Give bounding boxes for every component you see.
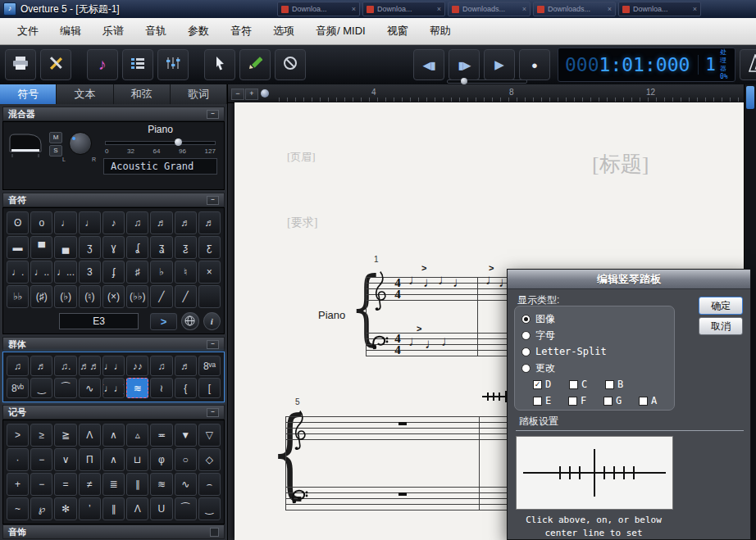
note-palette-cell[interactable]: ╱ [175,285,197,308]
taskbar-tab[interactable]: Downloads...× [533,2,616,16]
pan-knob[interactable] [69,132,92,155]
solo-button[interactable]: S [49,145,62,157]
note-palette-cell[interactable]: ╱ [150,285,172,308]
menu-item[interactable]: 视窗 [376,20,419,43]
checkbox-icon[interactable] [639,397,648,406]
checkbox-icon[interactable] [533,397,542,406]
track-list-button[interactable] [122,49,153,80]
note-glyph[interactable]: ♩ [423,275,437,291]
notes-section-header[interactable]: 音符 – [2,193,225,207]
radio-icon[interactable] [521,315,531,324]
mark-palette-cell[interactable]: ℘ [30,497,52,520]
note-palette-cell[interactable]: ♬ [150,211,172,234]
note-glyph[interactable]: ♩ [441,334,455,350]
pedal-tick[interactable] [603,466,605,479]
select-tool-button[interactable] [204,49,235,80]
group-palette-cell[interactable]: ♬ [175,356,197,376]
mark-palette-cell[interactable]: ’ [79,497,101,520]
mark-palette-cell[interactable]: ○ [175,448,197,471]
group-palette-cell[interactable]: ≀ [150,378,172,398]
palette-tab[interactable]: 歌词 [171,84,227,104]
group-palette-cell[interactable]: { [175,378,197,398]
close-icon[interactable]: × [352,5,356,13]
group-palette-cell[interactable]: ♩♩ [102,356,125,376]
mark-palette-cell[interactable]: ∨ [54,448,76,471]
note-palette-cell[interactable]: ▄ [54,236,76,259]
note-entry-button[interactable]: ♪ [87,49,118,80]
pedal-tick[interactable] [579,466,581,479]
whole-rest[interactable] [398,422,407,425]
note-palette-cell[interactable]: (♮) [79,285,101,308]
palette-tab[interactable]: 符号 [0,84,57,104]
note-palette-cell[interactable]: × [198,261,221,284]
note-palette-cell[interactable]: ʄ [102,261,125,284]
note-palette-cell[interactable] [198,285,221,308]
mark-palette-cell[interactable]: ≖ [150,424,172,447]
cancel-button[interactable]: 取消 [699,317,743,335]
menu-item[interactable]: 音轨 [134,20,177,43]
mark-palette-cell[interactable]: ∿ [175,473,197,496]
checkbox-option[interactable]: B [605,379,641,390]
mark-palette-cell[interactable]: ∧ [102,448,125,471]
group-palette-cell[interactable]: 8ᵛᵇ [7,378,29,398]
group-palette-cell[interactable]: ♬♬ [79,356,101,376]
menu-item[interactable]: 帮助 [419,20,462,43]
metronome-button[interactable] [740,49,756,80]
menu-item[interactable]: 音符 [220,20,262,43]
note-palette-cell[interactable]: ♭♭ [7,285,29,308]
close-icon[interactable]: × [608,5,612,13]
checkbox-icon[interactable] [605,380,614,389]
taskbar-tab[interactable]: Downloads...× [448,2,531,16]
note-palette-cell[interactable]: ʘ [7,211,29,234]
group-palette-cell[interactable]: ♫. [54,356,76,376]
mark-palette-cell[interactable]: > [7,424,29,447]
group-palette-cell[interactable]: (♩♩) [102,378,125,398]
mark-palette-cell[interactable]: ≧ [54,424,76,447]
menu-item[interactable]: 文件 [7,20,49,43]
accent-mark[interactable]: > [421,263,426,273]
mixer-button[interactable] [157,49,189,80]
mark-palette-cell[interactable]: ◇ [198,448,221,471]
menu-item[interactable]: 音频/ MIDI [305,20,376,43]
requirement-placeholder[interactable]: [要求] [287,216,317,230]
close-icon[interactable]: × [522,5,526,13]
checkbox-option[interactable]: C [569,379,605,390]
checkbox-icon[interactable] [569,380,578,389]
mark-palette-cell[interactable]: ▵ [126,424,148,447]
scrollbar-thumb[interactable] [746,86,754,109]
checkbox-icon[interactable] [568,397,577,406]
menu-item[interactable]: 乐谱 [92,20,134,43]
pedal-tick[interactable] [623,466,625,479]
note-palette-cell[interactable]: ♮ [175,261,197,284]
marks-section-header[interactable]: 记号 – [2,405,225,420]
note-palette-cell[interactable]: ♬ [198,211,221,234]
mark-palette-cell[interactable]: Λ [79,424,101,447]
zoom-out-button[interactable]: − [231,88,244,100]
expand-icon[interactable] [210,528,219,537]
menu-item[interactable]: 参数 [177,20,220,43]
note-palette-cell[interactable]: ♪ [102,211,125,234]
close-icon[interactable]: × [437,5,441,13]
apply-button[interactable]: > [150,313,177,330]
palette-tab[interactable]: 文本 [57,84,113,104]
note-glyph[interactable]: ♩ [408,334,422,350]
mark-palette-cell[interactable]: − [30,448,52,471]
note-palette-cell[interactable]: (♭) [54,285,76,308]
mark-palette-cell[interactable]: ≠ [79,473,101,496]
note-palette-cell[interactable]: ♯ [126,261,148,284]
mark-palette-cell[interactable]: ✻ [54,497,76,520]
print-button[interactable] [5,49,36,80]
note-palette-cell[interactable]: ▀ [30,236,52,259]
note-palette-cell[interactable]: ♩ [54,211,76,234]
mark-palette-cell[interactable]: ▼ [175,424,197,447]
mark-palette-cell[interactable]: Λ [126,497,148,520]
menu-item[interactable]: 编辑 [49,20,92,43]
palette-tab[interactable]: 和弦 [114,84,171,104]
note-glyph[interactable]: ♩ [408,272,422,288]
note-palette-cell[interactable]: ʓ [150,236,172,259]
shuttle-slider-thumb[interactable] [461,78,467,84]
note-palette-cell[interactable]: ♩. [7,261,29,284]
whole-rest[interactable] [398,492,407,496]
note-palette-cell[interactable]: (♭♭) [126,285,148,308]
note-palette-cell[interactable]: o [30,211,52,234]
